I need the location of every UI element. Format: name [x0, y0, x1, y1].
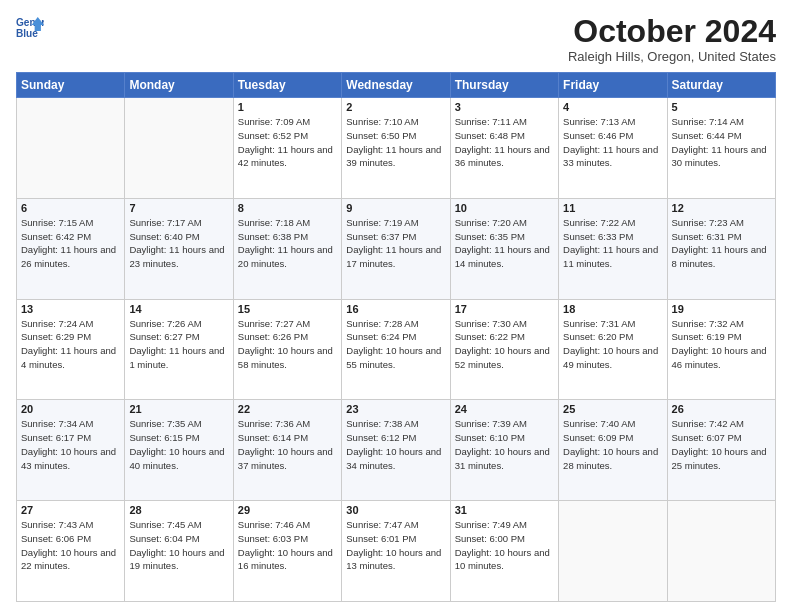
day-number: 18 — [563, 303, 662, 315]
day-info: Sunrise: 7:47 AM Sunset: 6:01 PM Dayligh… — [346, 518, 445, 573]
logo-icon: General Blue — [16, 14, 44, 42]
subtitle: Raleigh Hills, Oregon, United States — [568, 49, 776, 64]
header: General Blue October 2024 Raleigh Hills,… — [16, 14, 776, 64]
day-info: Sunrise: 7:43 AM Sunset: 6:06 PM Dayligh… — [21, 518, 120, 573]
day-info: Sunrise: 7:49 AM Sunset: 6:00 PM Dayligh… — [455, 518, 554, 573]
day-info: Sunrise: 7:40 AM Sunset: 6:09 PM Dayligh… — [563, 417, 662, 472]
calendar-cell: 27Sunrise: 7:43 AM Sunset: 6:06 PM Dayli… — [17, 501, 125, 602]
calendar-cell: 30Sunrise: 7:47 AM Sunset: 6:01 PM Dayli… — [342, 501, 450, 602]
day-number: 15 — [238, 303, 337, 315]
day-info: Sunrise: 7:19 AM Sunset: 6:37 PM Dayligh… — [346, 216, 445, 271]
day-number: 31 — [455, 504, 554, 516]
day-number: 24 — [455, 403, 554, 415]
day-info: Sunrise: 7:13 AM Sunset: 6:46 PM Dayligh… — [563, 115, 662, 170]
day-number: 26 — [672, 403, 771, 415]
day-info: Sunrise: 7:26 AM Sunset: 6:27 PM Dayligh… — [129, 317, 228, 372]
day-number: 11 — [563, 202, 662, 214]
day-info: Sunrise: 7:31 AM Sunset: 6:20 PM Dayligh… — [563, 317, 662, 372]
calendar-cell: 18Sunrise: 7:31 AM Sunset: 6:20 PM Dayli… — [559, 299, 667, 400]
day-info: Sunrise: 7:36 AM Sunset: 6:14 PM Dayligh… — [238, 417, 337, 472]
day-info: Sunrise: 7:09 AM Sunset: 6:52 PM Dayligh… — [238, 115, 337, 170]
day-number: 29 — [238, 504, 337, 516]
calendar-cell: 3Sunrise: 7:11 AM Sunset: 6:48 PM Daylig… — [450, 98, 558, 199]
day-number: 3 — [455, 101, 554, 113]
day-number: 16 — [346, 303, 445, 315]
calendar-cell: 15Sunrise: 7:27 AM Sunset: 6:26 PM Dayli… — [233, 299, 341, 400]
day-info: Sunrise: 7:45 AM Sunset: 6:04 PM Dayligh… — [129, 518, 228, 573]
month-title: October 2024 — [568, 14, 776, 49]
col-friday: Friday — [559, 73, 667, 98]
day-number: 2 — [346, 101, 445, 113]
calendar-cell — [559, 501, 667, 602]
day-number: 22 — [238, 403, 337, 415]
calendar-cell: 11Sunrise: 7:22 AM Sunset: 6:33 PM Dayli… — [559, 198, 667, 299]
calendar-cell — [667, 501, 775, 602]
day-number: 5 — [672, 101, 771, 113]
day-info: Sunrise: 7:28 AM Sunset: 6:24 PM Dayligh… — [346, 317, 445, 372]
calendar-cell: 26Sunrise: 7:42 AM Sunset: 6:07 PM Dayli… — [667, 400, 775, 501]
calendar-cell: 20Sunrise: 7:34 AM Sunset: 6:17 PM Dayli… — [17, 400, 125, 501]
day-info: Sunrise: 7:42 AM Sunset: 6:07 PM Dayligh… — [672, 417, 771, 472]
day-info: Sunrise: 7:39 AM Sunset: 6:10 PM Dayligh… — [455, 417, 554, 472]
day-info: Sunrise: 7:18 AM Sunset: 6:38 PM Dayligh… — [238, 216, 337, 271]
calendar-week-1: 1Sunrise: 7:09 AM Sunset: 6:52 PM Daylig… — [17, 98, 776, 199]
day-info: Sunrise: 7:34 AM Sunset: 6:17 PM Dayligh… — [21, 417, 120, 472]
calendar-cell: 28Sunrise: 7:45 AM Sunset: 6:04 PM Dayli… — [125, 501, 233, 602]
calendar-cell: 29Sunrise: 7:46 AM Sunset: 6:03 PM Dayli… — [233, 501, 341, 602]
day-number: 13 — [21, 303, 120, 315]
calendar-cell: 13Sunrise: 7:24 AM Sunset: 6:29 PM Dayli… — [17, 299, 125, 400]
calendar-cell: 10Sunrise: 7:20 AM Sunset: 6:35 PM Dayli… — [450, 198, 558, 299]
calendar-cell: 2Sunrise: 7:10 AM Sunset: 6:50 PM Daylig… — [342, 98, 450, 199]
day-number: 19 — [672, 303, 771, 315]
calendar-cell: 5Sunrise: 7:14 AM Sunset: 6:44 PM Daylig… — [667, 98, 775, 199]
day-info: Sunrise: 7:23 AM Sunset: 6:31 PM Dayligh… — [672, 216, 771, 271]
calendar-header-row: Sunday Monday Tuesday Wednesday Thursday… — [17, 73, 776, 98]
calendar-cell: 8Sunrise: 7:18 AM Sunset: 6:38 PM Daylig… — [233, 198, 341, 299]
col-tuesday: Tuesday — [233, 73, 341, 98]
calendar-cell: 31Sunrise: 7:49 AM Sunset: 6:00 PM Dayli… — [450, 501, 558, 602]
calendar-cell: 4Sunrise: 7:13 AM Sunset: 6:46 PM Daylig… — [559, 98, 667, 199]
day-number: 25 — [563, 403, 662, 415]
calendar-cell: 6Sunrise: 7:15 AM Sunset: 6:42 PM Daylig… — [17, 198, 125, 299]
calendar-cell: 19Sunrise: 7:32 AM Sunset: 6:19 PM Dayli… — [667, 299, 775, 400]
day-number: 10 — [455, 202, 554, 214]
day-number: 9 — [346, 202, 445, 214]
day-number: 30 — [346, 504, 445, 516]
day-number: 8 — [238, 202, 337, 214]
col-sunday: Sunday — [17, 73, 125, 98]
day-number: 12 — [672, 202, 771, 214]
day-info: Sunrise: 7:35 AM Sunset: 6:15 PM Dayligh… — [129, 417, 228, 472]
day-info: Sunrise: 7:11 AM Sunset: 6:48 PM Dayligh… — [455, 115, 554, 170]
logo: General Blue — [16, 14, 44, 42]
calendar-cell: 16Sunrise: 7:28 AM Sunset: 6:24 PM Dayli… — [342, 299, 450, 400]
day-info: Sunrise: 7:46 AM Sunset: 6:03 PM Dayligh… — [238, 518, 337, 573]
calendar-cell — [17, 98, 125, 199]
calendar-cell: 23Sunrise: 7:38 AM Sunset: 6:12 PM Dayli… — [342, 400, 450, 501]
day-number: 20 — [21, 403, 120, 415]
col-thursday: Thursday — [450, 73, 558, 98]
day-number: 7 — [129, 202, 228, 214]
calendar-week-3: 13Sunrise: 7:24 AM Sunset: 6:29 PM Dayli… — [17, 299, 776, 400]
calendar-cell: 21Sunrise: 7:35 AM Sunset: 6:15 PM Dayli… — [125, 400, 233, 501]
calendar-cell: 12Sunrise: 7:23 AM Sunset: 6:31 PM Dayli… — [667, 198, 775, 299]
day-number: 14 — [129, 303, 228, 315]
day-number: 4 — [563, 101, 662, 113]
col-wednesday: Wednesday — [342, 73, 450, 98]
day-number: 17 — [455, 303, 554, 315]
calendar-cell: 25Sunrise: 7:40 AM Sunset: 6:09 PM Dayli… — [559, 400, 667, 501]
day-info: Sunrise: 7:17 AM Sunset: 6:40 PM Dayligh… — [129, 216, 228, 271]
calendar-table: Sunday Monday Tuesday Wednesday Thursday… — [16, 72, 776, 602]
day-info: Sunrise: 7:10 AM Sunset: 6:50 PM Dayligh… — [346, 115, 445, 170]
day-number: 28 — [129, 504, 228, 516]
calendar-cell: 7Sunrise: 7:17 AM Sunset: 6:40 PM Daylig… — [125, 198, 233, 299]
day-number: 23 — [346, 403, 445, 415]
calendar-cell: 22Sunrise: 7:36 AM Sunset: 6:14 PM Dayli… — [233, 400, 341, 501]
calendar-week-4: 20Sunrise: 7:34 AM Sunset: 6:17 PM Dayli… — [17, 400, 776, 501]
page: General Blue October 2024 Raleigh Hills,… — [0, 0, 792, 612]
day-info: Sunrise: 7:14 AM Sunset: 6:44 PM Dayligh… — [672, 115, 771, 170]
calendar-cell — [125, 98, 233, 199]
title-area: October 2024 Raleigh Hills, Oregon, Unit… — [568, 14, 776, 64]
calendar-week-5: 27Sunrise: 7:43 AM Sunset: 6:06 PM Dayli… — [17, 501, 776, 602]
calendar-cell: 1Sunrise: 7:09 AM Sunset: 6:52 PM Daylig… — [233, 98, 341, 199]
calendar-cell: 9Sunrise: 7:19 AM Sunset: 6:37 PM Daylig… — [342, 198, 450, 299]
